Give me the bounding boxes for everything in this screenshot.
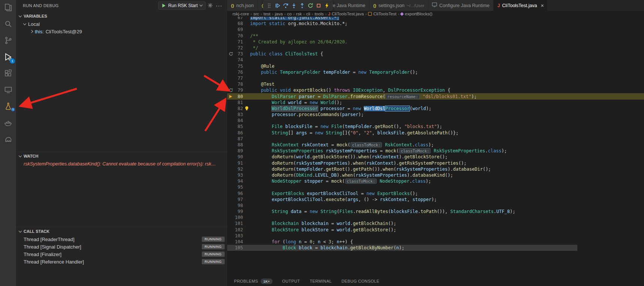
watch-section: WATCH rskSystemProperties.databaseKind()… <box>16 152 227 168</box>
breadcrumb-item-java[interactable]: java <box>275 12 283 16</box>
code-line[interactable]: 105 Block block = blockchain.getBlockByN… <box>227 245 644 251</box>
thread-row[interactable]: Thread [ReaderThread]RUNNING <box>16 235 227 243</box>
code-editor[interactable]: 67import static org.junit.Assert.*;68imp… <box>227 17 644 276</box>
tab-nch-json[interactable]: {}nch.json <box>227 0 258 11</box>
code-line[interactable]: 99 String data = new String(Files.readAl… <box>227 209 644 214</box>
breadcrumb-item-test[interactable]: test <box>264 12 271 16</box>
call-stack-header[interactable]: CALL STACK <box>16 227 227 235</box>
remote-explorer-icon[interactable] <box>0 82 16 97</box>
code-line[interactable]: 73public class CliToolsTest { <box>227 51 644 57</box>
extensions-icon[interactable] <box>0 66 16 81</box>
breadcrumb-item-rskj-core[interactable]: rskj-core <box>233 12 249 16</box>
more-actions-icon[interactable]: ··· <box>215 1 224 10</box>
gear-icon[interactable] <box>206 1 215 10</box>
code-line[interactable]: 100 <box>227 214 644 220</box>
code-line[interactable]: 91 doReturn(rskSystemProperties).when(rs… <box>227 160 644 166</box>
code-line[interactable]: 104 for (long n = 0; n < 3; n++) { <box>227 239 644 245</box>
launch-config-dropdown[interactable]: Run RSK Start <box>158 1 206 10</box>
tab-clitoolstest-java[interactable]: JCliToolsTest.java× <box>493 0 548 11</box>
clock-icon <box>11 106 15 113</box>
lightbulb-icon[interactable] <box>243 106 250 111</box>
hot-code-replace-icon[interactable] <box>323 2 330 9</box>
code-line[interactable]: 92 doReturn(tempFolder.getRoot().getPath… <box>227 166 644 172</box>
step-into-icon[interactable] <box>290 2 297 9</box>
panel-tab-output[interactable]: OUTPUT <box>282 279 300 283</box>
code-line[interactable]: 72 */ <box>227 45 644 51</box>
thread-row[interactable]: Thread [Reference Handler]RUNNING <box>16 258 227 265</box>
code-line[interactable]: 80 DslParser parser = DslParser.fromReso… <box>227 93 644 99</box>
code-line[interactable]: 90 doReturn(world.getBlockStore()).when(… <box>227 154 644 160</box>
code-line[interactable]: 77 <box>227 75 644 81</box>
run-and-debug-icon[interactable]: 1 <box>0 49 16 64</box>
code-line[interactable]: 71 * Created by ajlopez on 26/04/2020. <box>227 39 644 45</box>
code-line[interactable]: 67import static org.junit.Assert.*; <box>227 17 644 21</box>
code-line[interactable]: 95 <box>227 184 644 190</box>
variables-header[interactable]: VARIABLES <box>16 12 227 20</box>
code-line[interactable]: 68import static org.mockito.Mockito.*; <box>227 21 644 27</box>
activity-bar: 1 <box>0 0 16 286</box>
panel-tab-terminal[interactable]: TERMINAL <box>310 279 332 283</box>
breadcrumb-item-exportblocks[interactable]: exportBlocks() <box>401 12 432 16</box>
continue-icon[interactable] <box>274 2 281 9</box>
tab-settings-json[interactable]: {}settings.json~/.../User <box>370 0 429 11</box>
test-status-icon[interactable] <box>227 88 234 92</box>
code-line[interactable]: 96 ExportBlocks exportBlocksCliTool = ne… <box>227 190 644 196</box>
search-icon[interactable] <box>0 16 16 31</box>
restart-icon[interactable] <box>307 2 314 9</box>
code-line[interactable]: 86 String[] args = new String[]{"0", "2"… <box>227 130 644 136</box>
code-line[interactable]: 74 <box>227 57 644 63</box>
close-icon[interactable]: × <box>541 3 544 8</box>
code-line[interactable]: 82 WorldDslProcessor processor = new Wor… <box>227 106 644 112</box>
panel-tab-debug-console[interactable]: DEBUG CONSOLE <box>341 279 379 283</box>
code-line[interactable]: 83 processor.processCommands(parser); <box>227 112 644 118</box>
debug-current-line-icon[interactable] <box>227 94 234 99</box>
code-line[interactable]: 102 BlockStore blockStore = world.getBlo… <box>227 227 644 233</box>
breadcrumb-separator: › <box>272 12 273 16</box>
code-line[interactable]: 89 RskSystemProperties rskSystemProperti… <box>227 148 644 154</box>
code-line[interactable]: 101 Blockchain blockchain = world.getBlo… <box>227 220 644 226</box>
breadcrumb-item-rsk[interactable]: rsk <box>296 12 302 16</box>
source-control-icon[interactable] <box>0 33 16 48</box>
breadcrumb-item-tools[interactable]: tools <box>315 12 323 16</box>
code-line[interactable]: 75 @Rule <box>227 63 644 69</box>
drag-handle-icon[interactable] <box>265 2 273 9</box>
breadcrumb-item-src[interactable]: src <box>253 12 259 16</box>
code-line[interactable]: 98 <box>227 203 644 209</box>
watch-header[interactable]: WATCH <box>16 152 227 160</box>
thread-row[interactable]: Thread [Finalizer]RUNNING <box>16 250 227 258</box>
code-line[interactable]: 103 <box>227 233 644 239</box>
code-line[interactable]: 97 exportBlocksCliTool.execute(args, () … <box>227 197 644 203</box>
panel-tab-problems[interactable]: PROBLEMS1K+ <box>234 279 273 284</box>
code-line[interactable]: 87 <box>227 136 644 142</box>
code-line[interactable]: 93 doReturn(DbKind.LEVEL_DB).when(rskSys… <box>227 172 644 178</box>
thread-row[interactable]: Thread [Signal Dispatcher]RUNNING <box>16 243 227 250</box>
breadcrumb-item-co[interactable]: co <box>287 12 292 16</box>
variable-item[interactable]: this:CliToolsTest@29 <box>16 28 227 35</box>
code-line[interactable]: 78 @Test <box>227 81 644 87</box>
code-line[interactable]: 69 <box>227 27 644 33</box>
variables-list: this:CliToolsTest@29 <box>16 28 227 35</box>
gradle-icon[interactable] <box>0 132 16 147</box>
code-line[interactable]: 81 World world = new World(); <box>227 100 644 106</box>
breadcrumb-label: exportBlocks() <box>405 12 432 16</box>
explorer-icon[interactable] <box>0 0 16 15</box>
scope-local[interactable]: Local <box>16 20 227 28</box>
docker-icon[interactable] <box>0 115 16 130</box>
step-over-icon[interactable] <box>282 2 289 9</box>
code-line[interactable]: 79 public void exportBlocks() throws IOE… <box>227 87 644 93</box>
stop-icon[interactable] <box>315 2 322 9</box>
breadcrumb-item-clitoolstest-java[interactable]: JCliToolsTest.java <box>328 12 364 16</box>
test-status-icon[interactable] <box>227 52 234 56</box>
code-line[interactable]: 84 <box>227 118 644 124</box>
step-out-icon[interactable] <box>298 2 306 9</box>
testing-icon[interactable] <box>0 99 16 114</box>
code-line[interactable]: 94 NodeStopper stopper = mock(classToMoc… <box>227 178 644 184</box>
breadcrumb-item-cli[interactable]: cli <box>306 12 310 16</box>
tab-configure-java-runtime[interactable]: Configure Java Runtime <box>428 0 493 11</box>
code-line[interactable]: 85 File blocksFile = new File(tempFolder… <box>227 124 644 130</box>
code-line[interactable]: 88 RskContext rskContext = mock(classToM… <box>227 142 644 148</box>
watch-expression[interactable]: rskSystemProperties.databaseKind(): Cann… <box>16 160 227 168</box>
code-line[interactable]: 70/** <box>227 33 644 39</box>
code-line[interactable]: 76 public TemporaryFolder tempFolder = n… <box>227 69 644 75</box>
breadcrumb-item-clitoolstest[interactable]: CliToolsTest <box>368 12 396 16</box>
